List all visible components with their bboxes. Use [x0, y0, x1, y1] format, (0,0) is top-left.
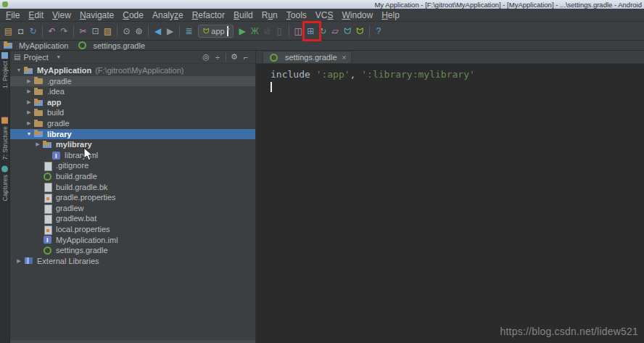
tree-item-label: build [47, 107, 64, 118]
project-panel-title[interactable]: Project [23, 53, 48, 62]
attach-debugger-icon[interactable]: ▯ [273, 23, 286, 39]
back-icon[interactable]: ◀ [152, 23, 164, 39]
chevron-down-icon[interactable]: ▾ [57, 54, 60, 60]
menu-tools[interactable]: Tools [282, 10, 311, 20]
tree-row[interactable]: ▶ .gradle [10, 76, 255, 87]
main-toolbar: ▤◘↻↶↷✂⊡▨⊙⊚◀▶≣ ᗢ app ▾ ▶Ж⊘▯◫⊞↻▱ᗢᗢ? [0, 22, 644, 41]
forward-icon[interactable]: ▶ [164, 23, 176, 39]
gradle-file-icon [77, 41, 88, 50]
tree-expand-arrow[interactable]: ▶ [25, 97, 33, 108]
make-project-icon[interactable]: ≣ [183, 23, 195, 39]
horizontal-scrollbar[interactable] [10, 340, 255, 343]
tree-row[interactable]: ▶ External Libraries [10, 256, 255, 267]
open-file-icon[interactable]: ▤ [2, 23, 15, 39]
breadcrumb-item[interactable]: MyApplication [3, 41, 68, 51]
tool-button-captures[interactable]: Captures [1, 166, 9, 202]
menu-file[interactable]: File [1, 10, 24, 20]
menu-refactor[interactable]: Refactor [188, 10, 229, 20]
tree-expand-arrow[interactable]: ▶ [25, 118, 33, 129]
breadcrumb-label: MyApplication [19, 41, 68, 50]
avd-manager-icon[interactable]: ▱ [329, 23, 342, 39]
tree-row[interactable]: .gitignore [10, 160, 255, 171]
collapse-all-icon[interactable]: ÷ [212, 53, 223, 62]
separator [73, 25, 74, 37]
module-folder-icon [42, 140, 54, 149]
save-all-icon[interactable]: ◘ [15, 23, 27, 39]
tree-row[interactable]: ▼ library [10, 129, 255, 140]
menu-text: iew [58, 10, 71, 20]
tool-window-icon [1, 117, 8, 124]
tree-row[interactable]: ▶ mylibrary [10, 139, 255, 150]
tree-expand-arrow[interactable]: ▼ [25, 129, 33, 140]
redo-icon[interactable]: ↷ [58, 23, 70, 39]
run-configuration-label: app [211, 27, 224, 36]
close-icon[interactable]: × [342, 54, 347, 62]
cut-icon[interactable]: ✂ [77, 23, 89, 39]
editor-area: settings.gradle × include ':app', ':libr… [256, 51, 644, 343]
folder-icon [33, 108, 45, 117]
tree-row[interactable]: settings.gradle [10, 245, 255, 256]
menu-analyze[interactable]: Analyze [148, 10, 188, 20]
tree-expand-arrow[interactable]: ▶ [15, 256, 23, 267]
tree-expand-arrow[interactable]: ▶ [25, 107, 33, 118]
tree-row[interactable]: local.properties [10, 224, 255, 235]
run-configuration-select[interactable]: ᗢ app ▾ [198, 25, 234, 38]
gear-icon[interactable]: ⚙ [228, 52, 240, 62]
project-folder-icon [3, 41, 15, 50]
tree-row[interactable]: ▶ gradle [10, 118, 255, 129]
breadcrumb-item[interactable]: settings.gradle [77, 41, 145, 51]
editor-code-area[interactable]: include ':app', ':library:mylibrary' [256, 64, 644, 93]
find-icon[interactable]: ⊙ [120, 23, 133, 39]
tree-row[interactable]: gradlew [10, 203, 255, 214]
menu-window[interactable]: Window [337, 10, 377, 20]
copy-icon[interactable]: ⊡ [89, 23, 102, 39]
tree-row[interactable]: build.gradle.bk [10, 182, 255, 193]
title-bar: My Application - [F:\gitroot\MyApplicati… [0, 0, 644, 9]
tree-row[interactable]: gradle.properties [10, 192, 255, 203]
tree-row[interactable]: library.iml [10, 150, 255, 161]
sdk-manager-icon[interactable]: ᗢ [342, 23, 354, 39]
menu-vcs[interactable]: VCS [311, 10, 338, 20]
tree-row[interactable]: MyApplication.iml [10, 235, 255, 246]
menu-edit[interactable]: Edit [24, 10, 48, 20]
hide-panel-icon[interactable]: ⌐ [240, 53, 252, 62]
tree-expand-arrow[interactable]: ▶ [25, 86, 33, 97]
tree-row[interactable]: ▶ app [10, 97, 255, 108]
project-panel: ▤ Project ▾ ◎÷⚙⌐ ▼ MyApplication (F:\git… [10, 51, 256, 343]
replace-icon[interactable]: ⊚ [133, 23, 145, 39]
tool-window-icon [1, 52, 8, 59]
menu-build[interactable]: Build [229, 10, 257, 20]
menu-mnemonic: W [342, 10, 350, 20]
debug-icon[interactable]: Ж [249, 23, 261, 39]
editor-tab-label: settings.gradle [285, 53, 337, 62]
editor-tab-settings-gradle[interactable]: settings.gradle × [263, 51, 352, 63]
run-icon[interactable]: ▶ [236, 23, 249, 39]
tree-row[interactable]: ▼ MyApplication (F:\gitroot\MyApplicatio… [10, 65, 255, 76]
menu-view[interactable]: View [48, 10, 75, 20]
menu-code[interactable]: Code [118, 10, 148, 20]
tree-row[interactable]: build.gradle [10, 171, 255, 182]
separator [179, 25, 180, 37]
tree-row[interactable]: ▶ build [10, 107, 255, 118]
android-device-icon[interactable]: ᗢ [354, 23, 366, 39]
tree-row[interactable]: gradlew.bat [10, 213, 255, 224]
menu-navigate[interactable]: Navigate [75, 10, 118, 20]
menu-help[interactable]: Help [377, 10, 404, 20]
run-coverage-icon[interactable]: ⊘ [261, 23, 273, 39]
tool-window-label: 7: Structure [1, 126, 9, 160]
tool-button-structure[interactable]: 7: Structure [1, 117, 9, 160]
tree-expand-arrow[interactable]: ▶ [25, 76, 33, 87]
menu-text: ode [129, 10, 144, 20]
tree-row[interactable]: ▶ .idea [10, 86, 255, 97]
tool-button-project[interactable]: 1: Project [1, 52, 9, 88]
editor-tab-bar: settings.gradle × [256, 51, 644, 64]
undo-icon[interactable]: ↶ [46, 23, 58, 39]
tree-expand-arrow[interactable]: ▶ [33, 139, 42, 150]
tree-expand-arrow[interactable]: ▼ [15, 65, 23, 76]
synchronize-icon[interactable]: ↻ [27, 23, 39, 39]
help-icon[interactable]: ? [373, 23, 385, 39]
menu-run[interactable]: Run [257, 10, 282, 20]
paste-icon[interactable]: ▨ [102, 23, 114, 39]
locate-icon[interactable]: ◎ [200, 52, 212, 62]
code-line: include ':app', ':library:mylibrary' [271, 68, 644, 80]
